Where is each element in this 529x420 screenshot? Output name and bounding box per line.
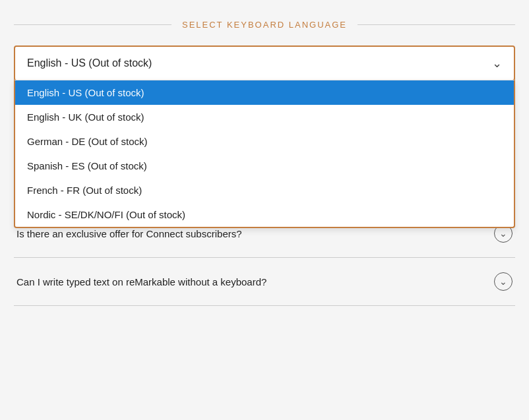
dropdown-option[interactable]: English - UK (Out of stock) [15, 105, 514, 129]
dropdown-list: English - US (Out of stock)English - UK … [14, 80, 515, 228]
faq-question: Is there an exclusive offer for Connect … [16, 228, 242, 239]
dropdown-option[interactable]: English - US (Out of stock) [15, 80, 514, 105]
dropdown-option[interactable]: French - FR (Out of stock) [15, 178, 514, 202]
dropdown-option[interactable]: Nordic - SE/DK/NO/FI (Out of stock) [15, 202, 514, 227]
chevron-down-icon: ⌄ [494, 272, 513, 291]
dropdown-selected-value[interactable]: English - US (Out of stock) ⌄ [14, 45, 515, 81]
faq-item[interactable]: Can I write typed text on reMarkable wit… [14, 258, 515, 306]
section-header: SELECT KEYBOARD LANGUAGE [14, 20, 515, 30]
section-title: SELECT KEYBOARD LANGUAGE [182, 20, 347, 30]
dropdown-chevron-icon: ⌄ [492, 56, 502, 71]
title-line-left [14, 24, 171, 25]
faq-question: Can I write typed text on reMarkable wit… [16, 276, 266, 287]
keyboard-language-dropdown[interactable]: English - US (Out of stock) ⌄ English - … [14, 45, 515, 81]
title-line-right [358, 24, 515, 25]
selected-language-label: English - US (Out of stock) [27, 57, 152, 69]
page-container: SELECT KEYBOARD LANGUAGE English - US (O… [14, 20, 515, 306]
dropdown-option[interactable]: Spanish - ES (Out of stock) [15, 154, 514, 178]
dropdown-option[interactable]: German - DE (Out of stock) [15, 129, 514, 154]
